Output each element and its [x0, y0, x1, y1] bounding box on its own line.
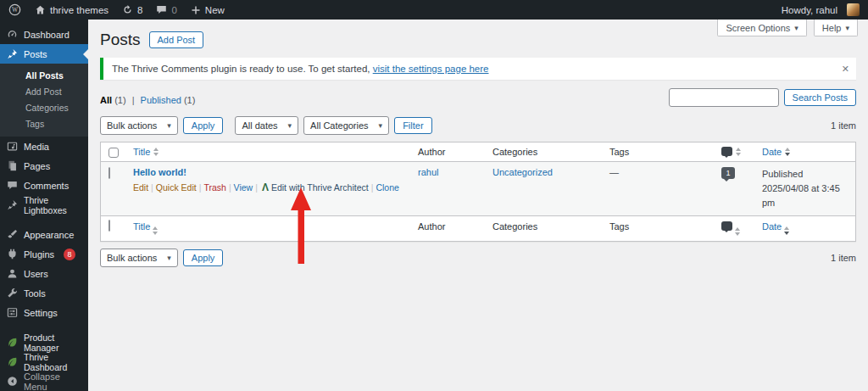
- new-content-menu[interactable]: New: [191, 5, 225, 15]
- sort-arrows-icon: [153, 148, 159, 156]
- row-actions: Edit|Quick Edit|Trash|View|ΛEdit with Th…: [133, 182, 404, 193]
- account-menu[interactable]: Howdy, rahul: [782, 3, 860, 16]
- comment-bubble-icon: [7, 180, 18, 191]
- submenu-all-posts[interactable]: All Posts: [0, 67, 88, 83]
- post-title-link[interactable]: Hello world!: [133, 167, 186, 177]
- category-link[interactable]: Uncategorized: [492, 167, 553, 177]
- wordpress-logo-icon[interactable]: W: [8, 3, 21, 16]
- date-cell: Published 2025/04/08 at 3:45 pm: [755, 162, 855, 215]
- sidebar-item-plugins[interactable]: Plugins 8: [0, 244, 88, 264]
- sort-title-header[interactable]: Title: [133, 147, 150, 157]
- trash-link[interactable]: Trash: [203, 182, 225, 193]
- author-link[interactable]: rahul: [418, 167, 438, 177]
- thrive-architect-icon: Λ: [262, 182, 269, 193]
- select-all-checkbox[interactable]: [108, 220, 110, 232]
- bulk-actions-select-bottom[interactable]: Bulk actions: [100, 249, 178, 267]
- sidebar-item-settings[interactable]: Settings: [0, 303, 88, 322]
- sort-arrows-icon: [736, 148, 741, 156]
- category-filter-select[interactable]: All Categories: [303, 116, 389, 135]
- sidebar-item-pages[interactable]: Pages: [0, 156, 88, 176]
- view-link[interactable]: View: [234, 182, 253, 193]
- plug-icon: [7, 249, 18, 260]
- brush-icon: [7, 229, 18, 240]
- sidebar-item-tools[interactable]: Tools: [0, 283, 88, 303]
- date-filter-select[interactable]: All dates: [235, 116, 298, 135]
- sort-arrows-icon: [153, 226, 158, 235]
- new-label: New: [205, 5, 225, 15]
- media-icon: [7, 141, 18, 152]
- quick-edit-link[interactable]: Quick Edit: [156, 182, 197, 193]
- sort-date-header[interactable]: Date: [762, 147, 782, 157]
- submenu-add-post[interactable]: Add Post: [0, 83, 88, 99]
- pin-icon: [7, 199, 18, 210]
- sidebar-item-thrive-lightboxes[interactable]: Thrive Lightboxes: [0, 195, 88, 215]
- thrive-comments-notice: The Thrive Comments plugin is ready to u…: [100, 58, 856, 80]
- pin-icon: [7, 48, 18, 59]
- tablenav-top: Bulk actions Apply All dates All Categor…: [100, 116, 856, 135]
- apply-button-bottom[interactable]: Apply: [183, 249, 224, 266]
- item-count: 1 item: [831, 253, 856, 263]
- settings-page-link[interactable]: visit the settings page here: [373, 64, 489, 74]
- sidebar-item-thrive-dashboard[interactable]: Thrive Dashboard: [0, 352, 88, 371]
- categories-header: Categories: [486, 142, 603, 161]
- edit-with-thrive-architect-link[interactable]: Edit with Thrive Architect: [271, 182, 369, 193]
- search-input[interactable]: [669, 88, 779, 107]
- filter-button[interactable]: Filter: [394, 117, 431, 134]
- row-checkbox[interactable]: [108, 167, 110, 179]
- screen-options-button[interactable]: Screen Options: [717, 20, 806, 36]
- site-menu[interactable]: thrive themes: [35, 4, 108, 15]
- posts-table: Title Author Categories Tags Date Hello …: [100, 142, 856, 242]
- comments-header-icon[interactable]: [721, 147, 732, 156]
- bulk-actions-select[interactable]: Bulk actions: [100, 116, 178, 135]
- sidebar-item-media[interactable]: Media: [0, 137, 88, 156]
- sidebar-item-comments[interactable]: Comments: [0, 176, 88, 195]
- clone-link[interactable]: Clone: [376, 182, 398, 193]
- update-icon: [122, 4, 133, 15]
- plus-icon: [191, 5, 201, 15]
- table-footer-row: Title Author Categories Tags Date: [101, 216, 855, 241]
- admin-bar: W thrive themes 8 0 New Howdy, rahul: [0, 0, 868, 20]
- comments-menu[interactable]: 0: [156, 4, 176, 15]
- edit-link[interactable]: Edit: [133, 182, 148, 193]
- collapse-menu-button[interactable]: Collapse Menu: [0, 371, 88, 391]
- filter-published[interactable]: Published: [141, 95, 181, 105]
- add-post-button[interactable]: Add Post: [149, 31, 204, 48]
- filter-all[interactable]: All: [100, 95, 112, 105]
- post-row: Hello world! Edit|Quick Edit|Trash|View|…: [101, 162, 855, 216]
- site-name: thrive themes: [50, 5, 108, 15]
- page-title: Posts: [100, 31, 141, 49]
- tags-cell: —: [603, 162, 715, 182]
- sidebar-item-dashboard[interactable]: Dashboard: [0, 25, 88, 44]
- comments-header-icon[interactable]: [721, 221, 732, 231]
- item-count: 1 item: [831, 120, 856, 131]
- sort-arrows-icon: [735, 227, 740, 236]
- submenu-tags[interactable]: Tags: [0, 115, 88, 131]
- search-posts-button[interactable]: Search Posts: [784, 89, 856, 106]
- tags-header: Tags: [603, 216, 715, 237]
- sidebar-item-posts[interactable]: Posts: [0, 44, 88, 64]
- dashboard-icon: [7, 29, 18, 40]
- sort-date-header[interactable]: Date: [762, 221, 782, 232]
- dismiss-notice-icon[interactable]: [842, 64, 849, 75]
- apply-button[interactable]: Apply: [183, 117, 224, 134]
- posts-submenu: All Posts Add Post Categories Tags: [0, 64, 88, 137]
- sidebar-item-users[interactable]: Users: [0, 264, 88, 283]
- comment-count-bubble[interactable]: 1: [721, 167, 735, 179]
- wordpress-admin: W thrive themes 8 0 New Howdy, rahul: [0, 0, 868, 391]
- sidebar-item-appearance[interactable]: Appearance: [0, 225, 88, 244]
- sidebar-item-product-manager[interactable]: Product Manager: [0, 332, 88, 352]
- sort-title-header[interactable]: Title: [133, 221, 150, 232]
- sort-arrows-icon: [784, 226, 789, 235]
- submenu-categories[interactable]: Categories: [0, 99, 88, 115]
- update-count: 8: [137, 5, 142, 15]
- admin-sidebar: Dashboard Posts All Posts Add Post Categ…: [0, 20, 88, 391]
- categories-header: Categories: [486, 216, 603, 237]
- help-button[interactable]: Help: [814, 20, 858, 36]
- home-icon: [35, 4, 46, 15]
- updates-menu[interactable]: 8: [122, 4, 142, 15]
- settings-icon: [7, 307, 18, 318]
- pending-comment-count: 0: [171, 5, 176, 15]
- tablenav-bottom: Bulk actions Apply 1 item: [100, 249, 856, 267]
- sort-arrows-icon: [785, 148, 790, 156]
- select-all-checkbox[interactable]: [108, 148, 119, 158]
